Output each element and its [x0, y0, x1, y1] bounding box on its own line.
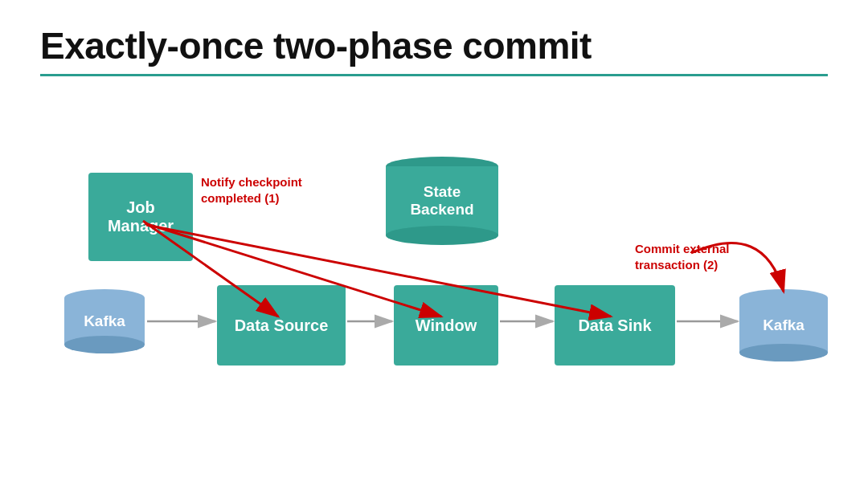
kafka-left-label: Kafka — [84, 312, 125, 330]
data-source-box: Data Source — [217, 285, 346, 366]
data-sink-label: Data Sink — [578, 317, 651, 335]
title-section: Exactly-once two-phase commit — [40, 24, 828, 76]
commit-text-label: Commit externaltransaction (2) — [635, 242, 730, 272]
kafka-right-label: Kafka — [763, 317, 805, 334]
commit-annotation: Commit externaltransaction (2) — [635, 241, 730, 272]
diagram-area: Kafka JobManager Data Source StateBacken… — [40, 92, 828, 462]
kafka-left-cylinder: Kafka — [64, 289, 145, 353]
slide: Exactly-once two-phase commit Kafka JobM… — [0, 0, 868, 486]
window-label: Window — [416, 317, 477, 335]
job-manager-label: JobManager — [108, 198, 174, 235]
data-sink-box: Data Sink — [555, 285, 675, 366]
kafka-right-cylinder: Kafka — [739, 289, 828, 361]
state-backend-cylinder: StateBackend — [386, 157, 498, 245]
state-backend-cylinder-bottom — [386, 226, 498, 245]
job-manager-box: JobManager — [88, 173, 193, 261]
notify-text-label: Notify checkpointcompleted (1) — [201, 175, 302, 205]
slide-title: Exactly-once two-phase commit — [40, 24, 828, 67]
window-box: Window — [394, 285, 498, 366]
data-source-label: Data Source — [235, 317, 329, 335]
notify-annotation: Notify checkpointcompleted (1) — [201, 174, 302, 206]
state-backend-label: StateBackend — [410, 183, 473, 218]
kafka-left-cylinder-bottom — [64, 336, 145, 353]
arrows-svg — [40, 92, 828, 462]
kafka-right-cylinder-bottom — [739, 344, 828, 361]
svg-line-9 — [146, 225, 611, 317]
